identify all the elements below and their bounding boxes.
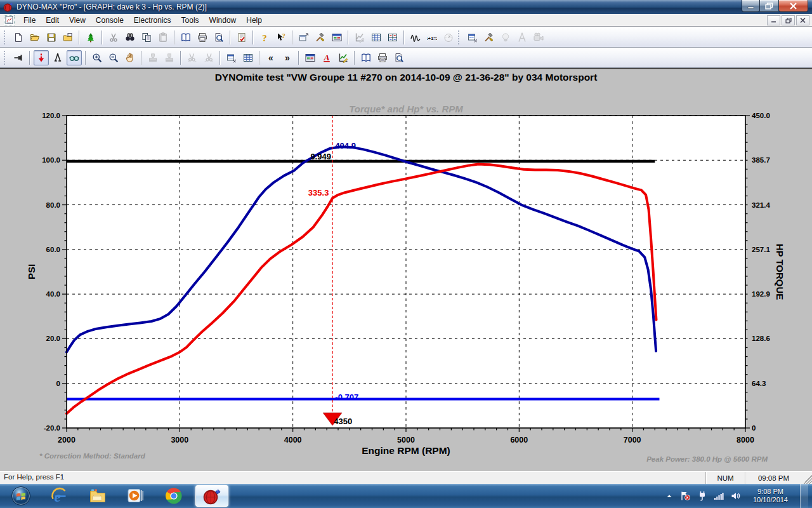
toolbar-button-find[interactable] [122, 30, 138, 45]
taskbar-windows-explorer-button[interactable] [81, 485, 114, 507]
mdi-minimize-button[interactable] [767, 15, 780, 25]
menu-tools[interactable]: Tools [176, 15, 204, 26]
restore-button[interactable] [760, 0, 778, 12]
toolbar-button-print[interactable] [195, 30, 210, 45]
toolbar-grip[interactable] [458, 30, 461, 44]
toolbar-button-new-file[interactable] [11, 30, 26, 45]
waveform-icon [410, 32, 421, 43]
show-desktop-button[interactable] [800, 484, 808, 508]
ruler-window-icon [468, 32, 478, 43]
dynomax-window: DYNO-MAX "Pro" - [GRAPH: dave k 3 - Hp v… [0, 0, 812, 508]
toolbar-button-print-preview[interactable] [391, 50, 407, 65]
toolbar-button-log-book[interactable] [178, 30, 193, 45]
value-label: 404.9 [335, 141, 356, 150]
toolbar-button-data-grid[interactable] [240, 50, 256, 65]
toolbar-button-math-calc[interactable]: 1+1=2 [424, 30, 440, 45]
graph-toolbar: «»A [0, 48, 812, 68]
toolbar-button-page-prev[interactable]: « [263, 50, 278, 65]
toolbar-button-tune-tools[interactable] [313, 30, 328, 45]
clip-start-icon [187, 53, 197, 63]
toolbar-button-view-glasses[interactable] [67, 50, 82, 65]
menu-help[interactable]: Help [241, 15, 267, 26]
volume-speaker-icon[interactable] [731, 491, 741, 500]
mdi-restore-button[interactable] [782, 15, 795, 25]
menu-file[interactable]: File [18, 15, 41, 26]
toolbar-button-context-help[interactable]: ? [273, 30, 289, 45]
open-file-icon [30, 32, 40, 43]
toolbar-button-zoom-in[interactable] [89, 50, 105, 65]
taskbar-start-orb[interactable] [4, 485, 38, 507]
close-button[interactable] [778, 0, 808, 12]
value-label: 9.949 [310, 152, 331, 161]
stamp-back-icon [148, 53, 158, 63]
toolbar-button-help[interactable]: ? [257, 30, 272, 45]
toolbar-separator [102, 30, 103, 44]
menu-window[interactable]: Window [204, 15, 242, 26]
toolbar-button-ruler-window[interactable] [224, 50, 239, 65]
data-grid-icon [243, 53, 253, 63]
resize-grip[interactable] [802, 472, 812, 484]
console-window-icon [305, 53, 315, 63]
tray-expand-chevron-icon[interactable] [665, 493, 673, 499]
toolbar-separator [79, 30, 80, 44]
toolbar-button-test-checklist[interactable] [234, 30, 249, 45]
toolbar-button-data-grid[interactable] [369, 30, 384, 45]
svg-text:?: ? [282, 32, 285, 39]
toolbar-button-log-book[interactable] [358, 50, 374, 65]
toolbar-grip[interactable] [4, 30, 7, 44]
graph-document-icon[interactable] [4, 15, 15, 25]
toolbar-button-copy[interactable] [139, 30, 154, 45]
taskbar-clock[interactable]: 9:08 PM 10/10/2014 [748, 488, 793, 504]
toolbar-button-export-window[interactable] [296, 30, 311, 45]
toolbar-button-calipers[interactable] [50, 50, 65, 65]
toolbar-button-pan-hand[interactable] [122, 50, 138, 65]
menu-view[interactable]: View [64, 15, 91, 26]
menu-console[interactable]: Console [91, 15, 129, 26]
toolbar-button-print-preview[interactable] [211, 30, 226, 45]
toolbar-button-save-file[interactable] [44, 30, 59, 45]
dyno-graph-page: DYNOmite test "VW Groupe 11 #270 on 2014… [0, 68, 812, 471]
toolbar-button-console-window[interactable] [329, 30, 344, 45]
toolbar-button-console-window[interactable] [303, 50, 318, 65]
toolbar-button-hints-bulb [498, 30, 513, 45]
shop-tools-icon [484, 32, 494, 43]
action-center-flag-icon[interactable] [680, 491, 691, 501]
left-axis-label: PSI [26, 264, 37, 279]
svg-text:128.6: 128.6 [752, 335, 770, 342]
network-signal-icon[interactable] [714, 491, 724, 500]
toolbar-button-pushpin[interactable] [11, 50, 26, 65]
toolbar-button-print[interactable] [375, 50, 390, 65]
dynomax-app-icon [3, 2, 13, 12]
taskbar-internet-explorer-button[interactable]: e [43, 485, 76, 507]
svg-text:0: 0 [752, 424, 756, 432]
toolbar-button-zoom-out[interactable] [106, 50, 121, 65]
print-preview-icon [214, 32, 224, 43]
edit-chart-icon [355, 32, 365, 43]
toolbar-separator [403, 30, 405, 44]
toolbar-button-split-grid[interactable] [385, 30, 400, 45]
svg-text:450.0: 450.0 [752, 112, 770, 119]
toolbar-button-waveform[interactable] [408, 30, 423, 45]
menu-edit[interactable]: Edit [41, 15, 64, 26]
clip-end-icon [204, 53, 214, 63]
menu-electronics[interactable]: Electronics [129, 15, 176, 26]
toolbar-button-edit-chart[interactable] [336, 50, 351, 65]
power-plug-icon[interactable] [698, 491, 707, 501]
taskbar-chrome-button[interactable] [157, 485, 190, 507]
toolbar-button-font-color[interactable]: A [319, 50, 334, 65]
minimize-button[interactable] [742, 0, 760, 12]
toolbar-button-tree-view[interactable] [83, 30, 98, 45]
toolbar-button-record-arrow[interactable] [34, 50, 49, 65]
taskbar-dynomax-button[interactable] [195, 485, 228, 507]
right-axis-label: HP TORQUE [775, 244, 785, 300]
toolbar-button-ruler-window[interactable] [465, 30, 480, 45]
toolbar-button-shop-tools[interactable] [481, 30, 497, 45]
toolbar-button-page-next[interactable]: » [280, 50, 295, 65]
taskbar-media-player-button[interactable] [119, 485, 152, 507]
toolbar-button-import-data[interactable] [60, 30, 75, 45]
math-calc-icon: 1+1=2 [427, 32, 437, 43]
toolbar-button-open-file[interactable] [27, 30, 43, 45]
context-help-icon: ? [276, 32, 286, 43]
toolbar-grip[interactable] [4, 51, 7, 65]
mdi-close-button[interactable] [796, 15, 809, 25]
